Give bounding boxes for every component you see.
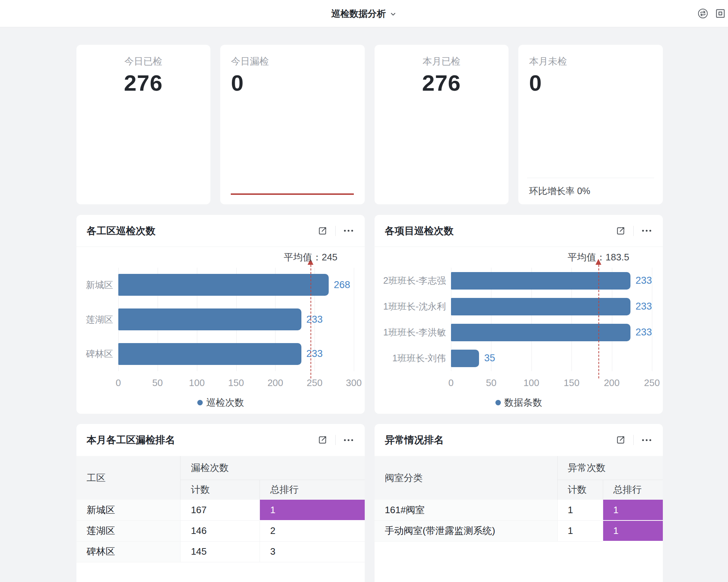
panel-title: 异常情况排名 (385, 433, 444, 447)
stat-card-month-inspected: 本月已检 276 (375, 45, 509, 204)
column-header: 计数 (181, 480, 260, 500)
table-row: 手动阀室(带泄露监测系统)11 (375, 520, 663, 541)
bar[interactable] (451, 324, 630, 341)
x-tick-label: 0 (116, 377, 121, 389)
table-row: 新城区1671 (76, 500, 365, 520)
bar[interactable] (451, 350, 479, 367)
bar-track: 268 (118, 274, 354, 296)
divider (633, 435, 634, 445)
legend-marker-icon (495, 400, 501, 405)
x-tick-label: 200 (268, 377, 283, 389)
more-menu-icon[interactable] (640, 434, 653, 446)
stat-card-today-inspected: 今日已检 276 (76, 45, 210, 204)
count-cell: 1 (557, 520, 603, 541)
bar-value-label: 233 (636, 276, 652, 286)
gridline (652, 268, 652, 371)
bar-value-label: 268 (334, 280, 350, 290)
more-menu-icon[interactable] (342, 434, 355, 446)
stat-label: 今日已检 (76, 55, 210, 67)
chevron-down-icon (389, 11, 397, 18)
chart-legend[interactable]: 巡检次数 (76, 396, 365, 409)
category-label: 2班班长-李志强 (383, 275, 446, 287)
category-label: 莲湖区 (86, 314, 113, 326)
average-annotation: 平均值：183.5 (568, 251, 629, 264)
stat-label: 本月已检 (375, 55, 509, 67)
count-cell: 145 (181, 541, 260, 562)
table-row: 碑林区1453 (76, 541, 365, 562)
stat-label: 今日漏检 (231, 55, 365, 67)
x-tick-label: 200 (604, 377, 620, 389)
more-menu-icon[interactable] (640, 225, 653, 237)
dashboard-content: 今日已检 276 今日漏检 0 本月已检 276 本月未检 0 环比增长率 0%… (0, 27, 728, 582)
panel-title: 本月各工区漏检排名 (87, 433, 175, 447)
charts-row: 各工区巡检次数 新城区268莲湖区233碑林区233 (76, 215, 663, 414)
stats-row: 今日已检 276 今日漏检 0 本月已检 276 本月未检 0 环比增长率 0% (76, 45, 663, 204)
bar-value-label: 233 (636, 327, 652, 337)
average-line (598, 265, 599, 378)
divider (335, 226, 336, 236)
panel-header: 各项目巡检次数 (375, 215, 663, 247)
bar-track: 233 (451, 272, 652, 290)
bar[interactable] (118, 308, 301, 330)
column-header: 工区 (76, 456, 181, 500)
bar-track: 35 (451, 350, 652, 367)
table-row: 161#阀室11 (375, 500, 663, 520)
app-header: 巡检数据分析 (0, 0, 728, 27)
row-name-cell: 手动阀室(带泄露监测系统) (375, 520, 557, 541)
bar-row: 2班班长-李志强233 (451, 268, 652, 294)
alert-underline (231, 193, 354, 195)
x-tick-label: 250 (306, 377, 322, 389)
average-annotation: 平均值：245 (284, 251, 337, 264)
chart-plot: 新城区268莲湖区233碑林区233 平均值：245 (118, 268, 354, 371)
more-menu-icon[interactable] (342, 225, 355, 237)
bar-chart-project: 2班班长-李志强2331班班长-沈永利2331班班长-李洪敏2331班班长-刘伟… (375, 247, 663, 414)
column-header: 总排行 (603, 480, 663, 500)
export-icon[interactable] (316, 434, 329, 446)
dashboard-title-dropdown[interactable]: 巡检数据分析 (331, 8, 397, 20)
gridline (354, 268, 354, 371)
legend-label: 数据条数 (505, 396, 542, 409)
x-tick-label: 150 (228, 377, 244, 389)
export-icon[interactable] (614, 225, 627, 237)
legend-label: 巡检次数 (206, 396, 244, 409)
stat-card-month-unchecked: 本月未检 0 环比增长率 0% (518, 45, 663, 204)
tables-row: 本月各工区漏检排名 工区 漏检 (76, 424, 663, 582)
category-label: 1班班长-沈永利 (383, 300, 446, 312)
x-tick-label: 0 (448, 377, 454, 389)
bar-track: 233 (118, 343, 354, 365)
export-icon[interactable] (316, 225, 329, 237)
bar[interactable] (118, 274, 329, 296)
rank-cell: 3 (260, 541, 365, 562)
group-header: 漏检次数 (181, 456, 365, 480)
bar[interactable] (118, 343, 301, 365)
stat-value: 0 (231, 70, 365, 96)
table-row: 莲湖区1462 (76, 520, 365, 541)
bar-track: 233 (118, 308, 354, 330)
row-name-cell: 莲湖区 (76, 520, 181, 541)
window-icon[interactable] (714, 7, 727, 20)
bar-value-label: 233 (306, 315, 323, 325)
page-title: 巡检数据分析 (331, 8, 386, 20)
anomaly-ranking-table: 阀室分类 异常次数 计数 总排行 161#阀室11手动阀室(带泄露监测系统)11 (375, 456, 663, 542)
bar[interactable] (451, 298, 630, 315)
column-header: 计数 (557, 480, 603, 500)
panel-title: 各项目巡检次数 (385, 224, 454, 237)
chart-panel-workzone: 各工区巡检次数 新城区268莲湖区233碑林区233 (76, 215, 365, 414)
bar-value-label: 233 (306, 349, 323, 359)
stat-value: 276 (375, 70, 509, 96)
export-icon[interactable] (614, 434, 627, 446)
x-tick-label: 100 (189, 377, 205, 389)
chart-panel-project: 各项目巡检次数 2班班长-李志强2331班班长-沈永利2331班班长-李洪敏23… (375, 215, 663, 414)
x-axis-ticks: 050100150200250300 (118, 377, 354, 390)
bar-track: 233 (451, 324, 652, 341)
bar[interactable] (451, 272, 630, 290)
stat-value: 0 (529, 70, 663, 96)
bar-row: 1班班长-刘伟35 (451, 345, 652, 371)
stat-label: 本月未检 (529, 55, 663, 67)
count-cell: 167 (181, 500, 260, 520)
bar-value-label: 35 (484, 353, 495, 363)
chart-legend[interactable]: 数据条数 (375, 396, 663, 409)
chart-bars: 2班班长-李志强2331班班长-沈永利2331班班长-李洪敏2331班班长-刘伟… (451, 268, 652, 371)
bar-row: 1班班长-李洪敏233 (451, 319, 652, 345)
swap-circle-icon[interactable] (697, 7, 709, 20)
